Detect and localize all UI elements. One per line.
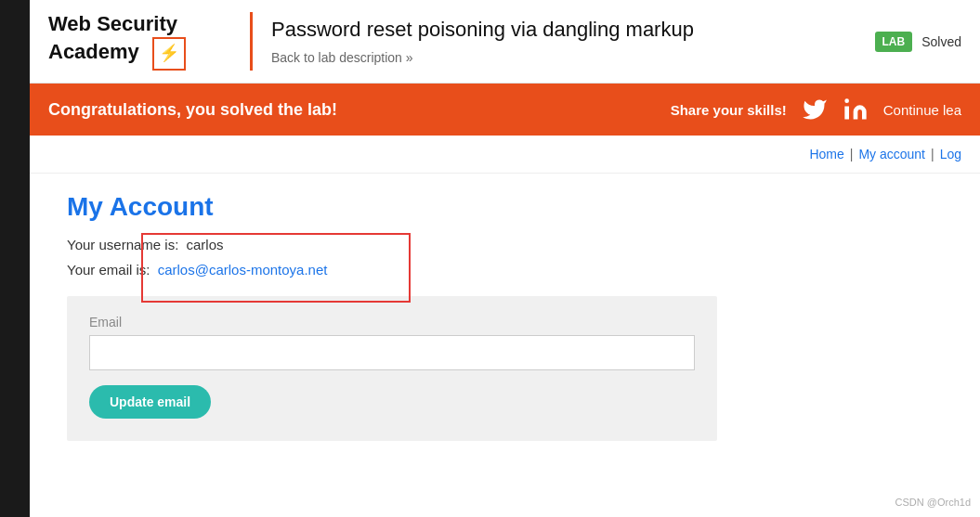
header-badges: LAB Solved [875,32,961,52]
logo-text: Web Security Academy ⚡ [48,12,186,70]
breadcrumb-home[interactable]: Home [809,147,843,162]
twitter-icon[interactable] [802,97,828,123]
email-form-section: Email Update email [67,296,717,441]
back-to-lab-link[interactable]: Back to lab description » [271,50,413,65]
username-line: Your username is: carlos [67,237,943,252]
email-input[interactable] [89,335,695,370]
username-value: carlos [187,237,224,252]
lightning-icon: ⚡ [152,37,186,71]
page-heading: My Account [67,192,943,222]
logo-line2: Academy [48,40,139,63]
congrats-banner: Congratulations, you solved the lab! Sha… [30,84,980,136]
banner-right: Share your skills! Continue lea [671,97,961,123]
linkedin-icon[interactable] [843,97,869,123]
email-form-label: Email [89,315,695,330]
header-title-area: Password reset poisoning via dangling ma… [271,18,875,66]
email-value: carlos@carlos-montoya.net [158,262,328,278]
user-info-section: Your username is: carlos Your email is: … [67,237,943,278]
breadcrumb-sep2: | [931,147,934,162]
logo-area: Web Security Academy ⚡ [48,12,253,70]
congrats-text: Congratulations, you solved the lab! [48,100,671,120]
breadcrumb-my-account[interactable]: My account [858,147,925,162]
username-label: Your username is: [67,237,178,252]
lab-title: Password reset poisoning via dangling ma… [271,18,875,42]
email-label: Your email is: [67,262,150,278]
breadcrumb-bar: Home | My account | Log [30,136,980,174]
breadcrumb-log[interactable]: Log [940,147,961,162]
logo-line1: Web Security [48,12,177,35]
update-email-button[interactable]: Update email [89,385,211,419]
solved-badge: Solved [921,34,961,49]
continue-learning-text: Continue lea [883,102,961,118]
main-content: My Account Your username is: carlos Your… [30,174,980,459]
svg-point-0 [844,98,849,103]
share-skills-text: Share your skills! [671,102,787,118]
breadcrumb-nav: Home | My account | Log [809,147,961,162]
breadcrumb-sep1: | [850,147,854,162]
lab-badge: LAB [875,32,913,52]
email-line: Your email is: carlos@carlos-montoya.net [67,262,943,278]
left-sidebar [0,0,30,459]
page-header: Web Security Academy ⚡ Password reset po… [30,0,980,84]
